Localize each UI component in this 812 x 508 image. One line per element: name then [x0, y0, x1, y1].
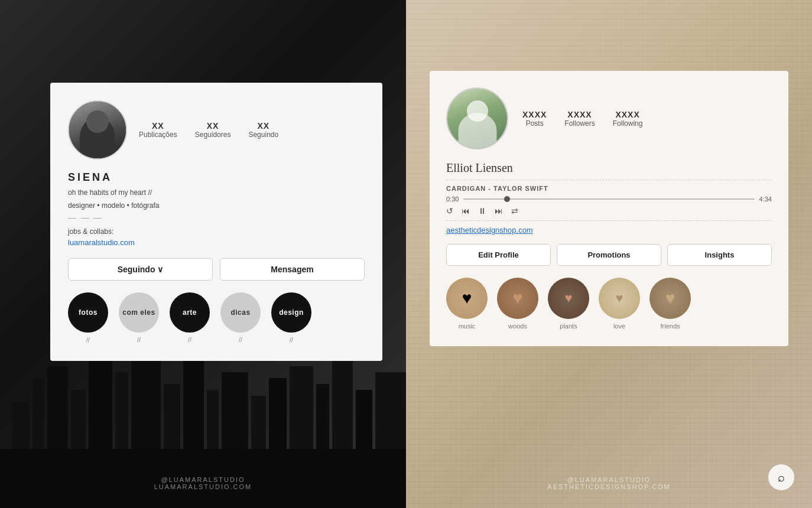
music-title: CARDIGAN - TAYLOR SWIFT — [446, 185, 772, 192]
highlight-sub-design: // — [290, 336, 293, 343]
search-icon: ⌕ — [778, 471, 785, 484]
highlight-music[interactable]: ♥ music — [446, 278, 488, 330]
svg-rect-18 — [356, 390, 372, 449]
highlight-circle-friends: ♥ — [649, 278, 691, 319]
following-button[interactable]: Seguindo ∨ — [68, 258, 213, 281]
highlights-row: fotos // com eles // arte // dicas — [68, 292, 365, 343]
stat-posts-right: XXXX Posts — [522, 110, 547, 128]
svg-rect-1 — [12, 402, 30, 449]
stat-value-followers: XX — [195, 121, 231, 131]
heart-friends-icon: ♥ — [665, 289, 675, 308]
highlight-circle-woods: ♥ — [497, 278, 538, 319]
right-profile-card: XXXX Posts XXXX Followers XXXX Following… — [430, 71, 788, 346]
profile-link[interactable]: luamaralstudio.com — [68, 238, 135, 247]
svg-rect-3 — [47, 366, 68, 449]
music-section: CARDIGAN - TAYLOR SWIFT 0:30 4:34 ↺ ⏮ ⏸ … — [446, 185, 772, 216]
divider-dashes: — — — — [68, 213, 365, 223]
shuffle-button[interactable]: ⇄ — [511, 206, 518, 216]
stat-label-posts-right: Posts — [522, 119, 547, 128]
avatar — [68, 100, 127, 159]
highlight-label-design: design — [279, 308, 304, 317]
svg-rect-9 — [164, 384, 180, 449]
right-action-buttons: Edit Profile Promotions Insights — [446, 244, 772, 266]
avatar-image — [69, 102, 126, 158]
stat-label-following: Seguindo — [248, 131, 278, 139]
svg-rect-12 — [222, 372, 248, 449]
highlight-circle-plants: ♥ — [548, 278, 589, 319]
highlight-love[interactable]: ♥ love — [599, 278, 640, 330]
svg-rect-14 — [269, 378, 287, 449]
highlight-label-comeles: com eles — [122, 308, 155, 317]
pause-button[interactable]: ⏸ — [478, 206, 486, 216]
svg-rect-5 — [89, 354, 112, 449]
svg-rect-15 — [290, 366, 313, 449]
svg-rect-16 — [316, 384, 329, 449]
music-time-end: 4:34 — [759, 196, 772, 203]
avatar-image-right — [447, 89, 507, 148]
highlight-sub-comeles: // — [137, 336, 141, 343]
highlight-label-love: love — [613, 323, 625, 330]
stat-seguindo: XX Seguindo — [248, 121, 278, 139]
insights-button[interactable]: Insights — [667, 244, 772, 266]
stat-value-following: XX — [248, 121, 278, 131]
highlight-label-plants: plants — [560, 323, 577, 330]
stat-publicacoes: XX Publicações — [139, 121, 177, 139]
highlight-circle-love: ♥ — [599, 278, 640, 319]
svg-rect-6 — [115, 372, 128, 449]
edit-profile-button[interactable]: Edit Profile — [446, 244, 551, 266]
heart-plants-icon: ♥ — [564, 291, 572, 306]
search-icon-button[interactable]: ⌕ — [768, 464, 794, 490]
progress-bar[interactable] — [463, 198, 754, 200]
highlight-label-friends: friends — [660, 323, 680, 330]
stat-label-followers-right: Followers — [564, 119, 595, 128]
highlight-dicas[interactable]: dicas // — [220, 292, 261, 343]
stat-followers-right: XXXX Followers — [564, 110, 595, 128]
highlight-comeles[interactable]: com eles // — [119, 292, 159, 343]
svg-rect-10 — [183, 360, 204, 449]
left-profile-card: XX Publicações XX Seguidores XX Seguindo… — [50, 83, 382, 361]
jobs-label: jobs & collabs: — [68, 227, 365, 236]
replay-button[interactable]: ↺ — [446, 206, 453, 216]
stat-seguidores: XX Seguidores — [195, 121, 231, 139]
highlight-circle-arte: arte — [170, 292, 210, 333]
highlight-label-woods: woods — [508, 323, 527, 330]
right-profile-link[interactable]: aestheticdesignshop.com — [446, 226, 772, 235]
highlight-fotos[interactable]: fotos // — [68, 292, 108, 343]
highlight-circle-comeles: com eles — [119, 292, 159, 333]
heart-music-icon: ♥ — [462, 289, 472, 308]
prev-button[interactable]: ⏮ — [462, 206, 470, 216]
svg-rect-2 — [33, 378, 44, 449]
right-highlights-row: ♥ music ♥ woods ♥ plants ♥ love — [446, 278, 772, 330]
progress-dot — [504, 196, 510, 202]
left-panel: XX Publicações XX Seguidores XX Seguindo… — [0, 0, 406, 508]
next-button[interactable]: ⏭ — [495, 206, 503, 216]
stat-value-followers-right: XXXX — [564, 110, 595, 119]
heart-woods-icon: ♥ — [513, 289, 523, 308]
message-button[interactable]: Mensagem — [220, 258, 365, 281]
svg-rect-19 — [375, 372, 406, 449]
highlight-friends[interactable]: ♥ friends — [649, 278, 691, 330]
profile-name: SIENA — [68, 171, 365, 184]
stat-value-posts: XX — [139, 121, 177, 131]
highlight-plants[interactable]: ♥ plants — [548, 278, 589, 330]
highlight-arte[interactable]: arte // — [170, 292, 210, 343]
highlight-label-music: music — [459, 323, 476, 330]
left-watermark-line2: LUAMARALSTUDIO.COM — [154, 483, 252, 490]
highlight-sub-dicas: // — [239, 336, 242, 343]
music-progress: 0:30 4:34 — [446, 196, 772, 203]
stat-following-right: XXXX Following — [613, 110, 643, 128]
right-stats-row: XXXX Posts XXXX Followers XXXX Following — [522, 110, 642, 128]
avatar-right — [446, 87, 508, 149]
action-buttons: Seguindo ∨ Mensagem — [68, 258, 365, 281]
svg-rect-11 — [207, 390, 219, 449]
heart-love-icon: ♥ — [615, 291, 623, 306]
highlight-circle-design: design — [271, 292, 311, 333]
promotions-button[interactable]: Promotions — [557, 244, 661, 266]
bio-line1: oh the habits of my heart // — [68, 187, 365, 198]
highlight-circle-music: ♥ — [446, 278, 488, 319]
right-watermark: @LUAMARALSTUDIO AESTHETICDESIGNSHOP.COM — [547, 476, 670, 490]
highlight-woods[interactable]: ♥ woods — [497, 278, 538, 330]
music-time-start: 0:30 — [446, 196, 459, 203]
highlight-design[interactable]: design // — [271, 292, 311, 343]
left-card-top: XX Publicações XX Seguidores XX Seguindo — [68, 100, 365, 159]
